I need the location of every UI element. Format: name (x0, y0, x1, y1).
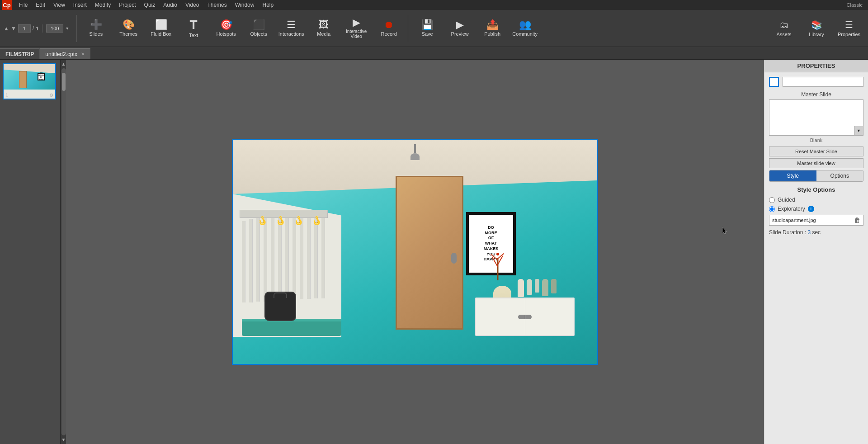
menu-modify[interactable]: Modify (91, 1, 114, 9)
save-icon: 💾 (421, 20, 434, 30)
file-tab-close[interactable]: ✕ (81, 52, 85, 57)
menu-audio[interactable]: Audio (160, 1, 181, 9)
zoom-input[interactable]: 100 (46, 24, 63, 33)
exploratory-label: Exploratory (778, 206, 805, 212)
cabinet (475, 298, 575, 336)
menu-window[interactable]: Window (231, 1, 258, 9)
options-tab[interactable]: Options (816, 170, 863, 181)
record-button[interactable]: ⏺ Record (373, 13, 404, 44)
menu-project[interactable]: Project (115, 1, 139, 9)
color-row (769, 77, 863, 87)
filmstrip-tab[interactable]: FILMSTRIP (0, 48, 40, 59)
menu-edit[interactable]: Edit (32, 1, 49, 9)
door (396, 176, 463, 330)
down-arrow-icon[interactable]: ▼ (11, 25, 16, 32)
interactions-icon: ☰ (287, 20, 296, 30)
slide-canvas[interactable]: 🪝 🪝 🪝 🪝 DOMOREOFWHATMAKESYOUHAPPY. (232, 139, 598, 365)
hotspots-icon: 🎯 (220, 20, 232, 30)
app-logo: Cp (2, 0, 12, 10)
master-slide-box[interactable]: ▼ (769, 99, 863, 136)
plank-6 (278, 213, 282, 301)
style-tab[interactable]: Style (769, 170, 816, 181)
objects-button[interactable]: ⬛ Objects (243, 13, 274, 44)
right-toolbar: 🗂 Assets 📚 Library ☰ Properties (769, 13, 864, 44)
file-tab[interactable]: untitled2.cptx ✕ (40, 48, 90, 59)
record-icon: ⏺ (384, 20, 394, 30)
interactive-video-icon: ▶ (353, 18, 360, 28)
thumbnail-image: DO MORE OF WHAT (4, 64, 55, 99)
vertical-scrollbar[interactable]: ▲ ▼ (61, 60, 66, 444)
menu-themes[interactable]: Themes (203, 1, 230, 9)
toolbar-sep-1 (76, 15, 77, 42)
text-button[interactable]: T Text (178, 13, 209, 44)
media-button[interactable]: 🖼 Media (308, 13, 339, 44)
scroll-thumb[interactable] (62, 73, 66, 91)
library-button[interactable]: 📚 Library (801, 13, 832, 44)
save-button[interactable]: 💾 Save (412, 13, 443, 44)
bench (242, 319, 341, 336)
blank-label: Blank (769, 137, 863, 143)
assets-button[interactable]: 🗂 Assets (769, 13, 799, 44)
guided-radio[interactable] (769, 197, 775, 203)
background-file-row: studioapartment.jpg 🗑 (769, 215, 863, 226)
filmstrip-panel: DO MORE OF WHAT 1 ⚙ (0, 60, 61, 444)
duration-unit-text: sec (812, 229, 821, 236)
plank-3 (256, 217, 260, 302)
background-file-name: studioapartment.jpg (772, 217, 852, 223)
fluid-box-icon: ⬜ (155, 20, 167, 30)
current-slide-input[interactable]: 1 (18, 24, 31, 33)
plank-7 (285, 213, 289, 300)
master-slide-view-button[interactable]: Master slide view (769, 158, 863, 168)
plank-2 (249, 219, 253, 302)
community-button[interactable]: 👥 Community (509, 13, 540, 44)
menu-view[interactable]: View (50, 1, 69, 9)
info-icon[interactable]: i (808, 206, 814, 212)
hotspots-button[interactable]: 🎯 Hotspots (211, 13, 241, 44)
up-arrow-icon[interactable]: ▲ (4, 25, 9, 32)
fluid-box-button[interactable]: ⬜ Fluid Box (146, 13, 176, 44)
exploratory-radio[interactable] (769, 206, 775, 212)
hook-3: 🪝 (294, 216, 304, 226)
zoom-dropdown-icon[interactable]: ▼ (65, 26, 69, 31)
menu-quiz[interactable]: Quiz (141, 1, 159, 9)
reset-master-slide-button[interactable]: Reset Master Slide (769, 146, 863, 156)
scroll-track[interactable] (61, 68, 66, 435)
preview-button[interactable]: ▶ Preview (444, 13, 475, 44)
menu-insert[interactable]: Insert (70, 1, 90, 9)
menu-file[interactable]: File (15, 1, 31, 9)
properties-button[interactable]: ☰ Properties (834, 13, 864, 44)
slides-button[interactable]: ➕ Slides (80, 13, 111, 44)
slide-settings-icon[interactable]: ⚙ (49, 93, 53, 98)
color-input[interactable] (783, 77, 863, 87)
interactions-button[interactable]: ☰ Interactions (276, 13, 307, 44)
color-swatch[interactable] (769, 77, 779, 87)
light-fixture (410, 144, 420, 160)
community-icon: 👥 (519, 20, 531, 30)
interactive-video-button[interactable]: ▶ Interactive Video (341, 13, 372, 44)
canvas-area[interactable]: 🪝 🪝 🪝 🪝 DOMOREOFWHATMAKESYOUHAPPY. (66, 60, 764, 444)
slides-icon: ➕ (90, 20, 102, 30)
menu-video[interactable]: Video (182, 1, 203, 9)
master-slide-label: Master Slide (769, 91, 863, 98)
decorative-plant (491, 249, 505, 280)
slide-separator: / (33, 25, 34, 32)
slide-duration-label: Slide Duration : (769, 229, 806, 236)
text-icon: T (190, 19, 198, 31)
themes-button[interactable]: 🎨 Themes (113, 13, 144, 44)
classic-label: Classic (847, 2, 866, 8)
door-handle (451, 253, 457, 264)
menu-help[interactable]: Help (259, 1, 277, 9)
assets-icon: 🗂 (779, 20, 788, 30)
master-slide-dropdown[interactable]: ▼ (854, 126, 863, 135)
properties-icon: ☰ (845, 19, 853, 30)
plank-12 (321, 210, 325, 298)
slide-duration-value[interactable]: 3 (807, 229, 811, 236)
slide-thumbnail-1[interactable]: DO MORE OF WHAT 1 ⚙ (3, 63, 56, 99)
hook-1: 🪝 (258, 216, 268, 226)
publish-button[interactable]: 📤 Publish (477, 13, 508, 44)
exploratory-radio-row: Exploratory i (769, 206, 863, 212)
delete-background-icon[interactable]: 🗑 (854, 217, 860, 224)
cursor (722, 227, 728, 235)
tab-bar: FILMSTRIP untitled2.cptx ✕ (0, 47, 868, 60)
guided-label: Guided (778, 197, 795, 203)
